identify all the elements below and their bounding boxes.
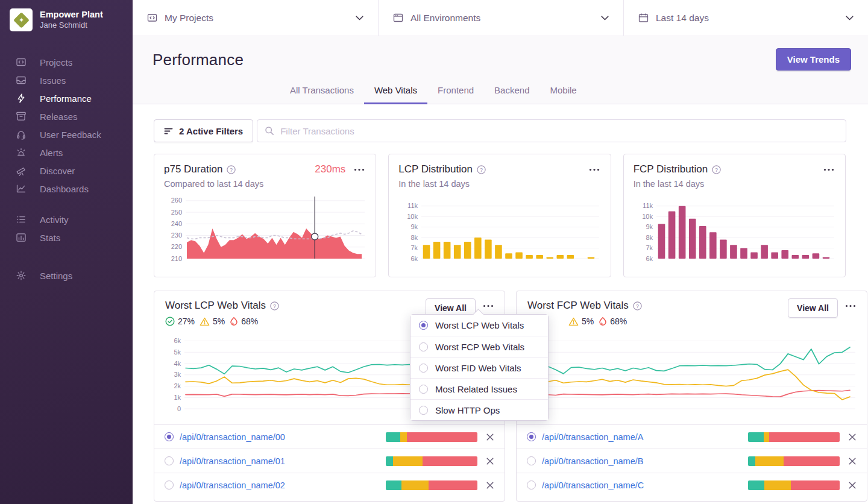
check-circle-icon — [165, 317, 175, 326]
close-icon[interactable] — [486, 481, 494, 490]
vital-stat-value: 27% — [178, 317, 195, 326]
transaction-radio[interactable] — [165, 480, 174, 490]
org-switcher[interactable]: ✦ Empower Plant Jane Schmidt — [0, 0, 133, 40]
sidebar-item-alerts[interactable]: Alerts — [0, 143, 133, 162]
vitals-distribution-bar[interactable] — [748, 432, 840, 442]
sidebar-item-settings[interactable]: Settings — [0, 266, 133, 285]
dashboards-icon — [16, 183, 27, 194]
svg-text:1k: 1k — [174, 394, 181, 401]
svg-text:11k: 11k — [407, 202, 418, 209]
date-range-selector[interactable]: Last 14 days — [624, 0, 868, 36]
vital-stat: 5% — [200, 317, 225, 326]
transaction-link[interactable]: /api/0/transaction_name/02 — [180, 480, 285, 490]
sidebar-item-performance[interactable]: Performance — [0, 89, 133, 107]
tab-backend[interactable]: Backend — [484, 85, 539, 104]
fcp-card-title: FCP Distribution — [634, 163, 708, 175]
transaction-link[interactable]: /api/0/transaction_name/C — [542, 480, 644, 490]
transaction-link[interactable]: /api/0/transaction_name/01 — [180, 456, 285, 466]
view-trends-button[interactable]: View Trends — [776, 48, 851, 71]
menu-item-most-related-issues[interactable]: Most Related Issues — [410, 378, 548, 399]
transaction-radio[interactable] — [165, 456, 174, 465]
svg-text:250: 250 — [171, 209, 182, 216]
menu-item-worst-lcp-web-vitals[interactable]: Worst LCP Web Vitals — [410, 315, 548, 336]
sidebar-item-activity[interactable]: Activity — [0, 210, 133, 228]
help-icon[interactable]: ? — [270, 301, 279, 310]
help-icon[interactable]: ? — [477, 165, 486, 174]
vitals-dropdown-menu: Worst LCP Web VitalsWorst FCP Web Vitals… — [410, 314, 549, 421]
fcp-distribution-card: FCP Distribution ? In the last 14 days 1… — [623, 154, 846, 277]
sidebar-item-user-feedback[interactable]: User Feedback — [0, 125, 133, 143]
context-menu-icon[interactable] — [482, 302, 495, 310]
svg-text:?: ? — [636, 303, 639, 309]
page-header: Performance View Trends All Transactions… — [133, 36, 868, 104]
transaction-radio[interactable] — [527, 432, 536, 441]
sidebar-item-dashboards[interactable]: Dashboards — [0, 180, 133, 198]
help-icon[interactable]: ? — [712, 165, 721, 174]
view-all-button[interactable]: View All — [788, 298, 838, 318]
transaction-link[interactable]: /api/0/transaction_name/A — [542, 432, 643, 442]
menu-radio[interactable] — [419, 342, 428, 351]
vitals-distribution-bar[interactable] — [748, 456, 840, 466]
active-filters-button[interactable]: 2 Active Filters — [154, 119, 253, 142]
close-icon[interactable] — [848, 457, 857, 465]
transaction-radio[interactable] — [527, 480, 536, 490]
empower-plant-logo-icon: ✦ — [13, 12, 30, 28]
sidebar-item-issues[interactable]: Issues — [0, 71, 133, 89]
svg-text:240: 240 — [171, 220, 182, 227]
close-icon[interactable] — [848, 481, 857, 490]
fire-icon — [230, 317, 238, 326]
vitals-distribution-bar[interactable] — [386, 432, 477, 442]
context-menu-icon[interactable] — [588, 166, 601, 174]
p75-duration-chart: 260250240230220210 — [164, 194, 366, 268]
close-icon[interactable] — [848, 433, 857, 441]
menu-item-label: Most Related Issues — [435, 384, 517, 394]
menu-item-slow-http-ops[interactable]: Slow HTTP Ops — [410, 399, 548, 420]
menu-radio[interactable] — [419, 364, 428, 373]
menu-radio[interactable] — [419, 321, 428, 330]
sidebar-item-discover[interactable]: Discover — [0, 162, 133, 180]
context-menu-icon[interactable] — [822, 166, 835, 174]
tab-web-vitals[interactable]: Web Vitals — [364, 85, 427, 104]
menu-item-worst-fid-web-vitals[interactable]: Worst FID Web Vitals — [410, 357, 548, 378]
menu-radio[interactable] — [419, 385, 428, 394]
tab-all-transactions[interactable]: All Transactions — [280, 85, 364, 104]
lcp-card-subtitle: In the last 14 days — [398, 179, 600, 189]
context-menu-icon[interactable] — [353, 166, 366, 174]
help-icon[interactable]: ? — [227, 165, 236, 174]
transaction-radio[interactable] — [527, 456, 536, 465]
performance-icon — [16, 93, 27, 104]
search-input[interactable] — [257, 119, 846, 142]
tab-frontend[interactable]: Frontend — [427, 85, 484, 104]
environment-selector[interactable]: All Environments — [379, 0, 624, 36]
chevron-down-icon — [846, 16, 854, 20]
sidebar-item-label: Alerts — [40, 148, 63, 158]
tab-bar: All TransactionsWeb VitalsFrontendBacken… — [280, 85, 587, 104]
table-row: /api/0/transaction_name/C — [517, 473, 867, 497]
vitals-distribution-bar[interactable] — [386, 456, 477, 466]
vitals-distribution-bar[interactable] — [386, 480, 477, 490]
menu-radio[interactable] — [419, 406, 428, 415]
transaction-link[interactable]: /api/0/transaction_name/00 — [180, 432, 285, 442]
search-box — [257, 119, 846, 142]
sidebar-item-projects[interactable]: Projects — [0, 53, 133, 71]
project-selector[interactable]: My Projects — [133, 0, 379, 36]
menu-item-worst-fcp-web-vitals[interactable]: Worst FCP Web Vitals — [410, 336, 548, 357]
close-icon[interactable] — [486, 457, 494, 465]
help-icon[interactable]: ? — [633, 301, 642, 310]
p75-card-subtitle: Compared to last 14 days — [164, 179, 366, 189]
sidebar-item-stats[interactable]: Stats — [0, 228, 133, 247]
p75-value: 230ms — [315, 163, 345, 175]
sidebar-item-label: Settings — [40, 271, 72, 281]
menu-item-label: Worst LCP Web Vitals — [435, 320, 524, 330]
worst-fcp-card: Worst FCP Web Vitals ? 5%68% View All 6k… — [516, 291, 867, 502]
close-icon[interactable] — [486, 433, 494, 441]
svg-text:10k: 10k — [642, 213, 653, 220]
tab-mobile[interactable]: Mobile — [539, 85, 587, 104]
vitals-distribution-bar[interactable] — [748, 480, 840, 490]
date-range-label: Last 14 days — [656, 13, 709, 24]
transaction-link[interactable]: /api/0/transaction_name/B — [542, 456, 643, 466]
sidebar-item-releases[interactable]: Releases — [0, 107, 133, 125]
context-menu-icon[interactable] — [844, 302, 857, 310]
sidebar-item-label: User Feedback — [40, 130, 101, 140]
transaction-radio[interactable] — [165, 432, 174, 441]
